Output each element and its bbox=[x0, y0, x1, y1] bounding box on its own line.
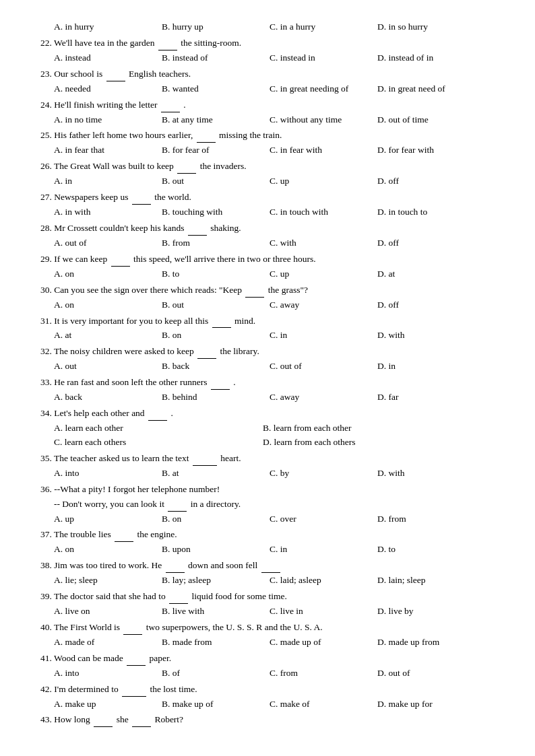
q36-opt-a: A. up bbox=[54, 512, 162, 526]
question-23-options: A. needed B. wanted C. in great needing … bbox=[40, 82, 501, 96]
q37-opt-c: C. in bbox=[270, 543, 377, 557]
q28-opt-d: D. off bbox=[377, 236, 485, 250]
prev-options-row: A. in hurry B. hurry up C. in a hurry D.… bbox=[40, 20, 501, 34]
opt-prev-b: B. hurry up bbox=[162, 20, 270, 34]
question-42-text: 42. I'm determined to the lost time. bbox=[40, 683, 501, 697]
q35-opt-c: C. by bbox=[270, 467, 377, 481]
q22-opt-b: B. instead of bbox=[162, 51, 270, 65]
quiz-container: A. in hurry B. hurry up C. in a hurry D.… bbox=[40, 20, 501, 727]
question-37-text: 37. The trouble lies the engine. bbox=[40, 528, 501, 542]
q38-opt-b: B. lay; asleep bbox=[162, 574, 270, 588]
question-33: 33. He ran fast and soon left the other … bbox=[40, 376, 501, 405]
question-33-options: A. back B. behind C. away D. far bbox=[40, 390, 501, 405]
question-39-text: 39. The doctor said that she had to liqu… bbox=[40, 590, 501, 604]
q37-opt-a: A. on bbox=[54, 543, 162, 557]
question-22-options: A. instead B. instead of C. instead in D… bbox=[40, 51, 501, 65]
q38-opt-d: D. lain; sleep bbox=[377, 574, 485, 588]
q39-opt-b: B. live with bbox=[162, 605, 270, 619]
question-38-text: 38. Jim was too tired to work. He down a… bbox=[40, 559, 501, 573]
q29-opt-a: A. on bbox=[54, 267, 162, 281]
question-26-options: A. in B. out C. up D. off bbox=[40, 174, 501, 188]
question-27: 27. Newspapers keep us the world. A. in … bbox=[40, 191, 501, 219]
q39-opt-d: D. live by bbox=[377, 605, 485, 619]
q22-opt-c: C. instead in bbox=[270, 51, 377, 65]
q33-opt-d: D. far bbox=[377, 390, 485, 405]
question-41-text: 41. Wood can be made paper. bbox=[40, 652, 501, 666]
question-24-options: A. in no time B. at any time C. without … bbox=[40, 113, 501, 127]
question-36: 36. --What a pity! I forgot her telephon… bbox=[40, 483, 501, 526]
q26-opt-d: D. off bbox=[377, 174, 485, 188]
q36-opt-d: D. from bbox=[377, 512, 485, 526]
question-39-options: A. live on B. live with C. live in D. li… bbox=[40, 605, 501, 619]
q33-opt-b: B. behind bbox=[162, 390, 270, 405]
question-34-text: 34. Let's help each other and . bbox=[40, 407, 501, 421]
question-31: 31. It is very important for you to keep… bbox=[40, 314, 501, 343]
question-35-options: A. into B. at C. by D. with bbox=[40, 467, 501, 481]
q28-opt-a: A. out of bbox=[54, 236, 162, 250]
q35-opt-a: A. into bbox=[54, 467, 162, 481]
q37-opt-d: D. to bbox=[377, 543, 485, 557]
question-30-text: 30. Can you see the sign over there whic… bbox=[40, 283, 501, 298]
q32-opt-c: C. out of bbox=[270, 359, 377, 374]
q24-opt-c: C. without any time bbox=[270, 113, 377, 127]
question-37-options: A. on B. upon C. in D. to bbox=[40, 543, 501, 557]
q22-opt-a: A. instead bbox=[54, 51, 162, 65]
q24-opt-a: A. in no time bbox=[54, 113, 162, 127]
q35-opt-b: B. at bbox=[162, 467, 270, 481]
q34-opt-b: B. learn from each other bbox=[263, 421, 472, 436]
question-27-options: A. in with B. touching with C. in touch … bbox=[40, 205, 501, 219]
opt-prev-d: D. in so hurry bbox=[377, 20, 485, 34]
q29-opt-d: D. at bbox=[377, 267, 485, 281]
q30-opt-a: A. on bbox=[54, 298, 162, 312]
q23-opt-a: A. needed bbox=[54, 82, 162, 96]
q27-opt-d: D. in touch to bbox=[377, 205, 485, 219]
q41-opt-b: B. of bbox=[162, 666, 270, 681]
question-31-text: 31. It is very important for you to keep… bbox=[40, 314, 501, 329]
question-36-text-2: -- Don't worry, you can look it in a dir… bbox=[40, 497, 501, 512]
q28-opt-c: C. with bbox=[270, 236, 377, 250]
q34-opt-d: D. learn from each others bbox=[263, 436, 472, 450]
q40-opt-b: B. made from bbox=[162, 635, 270, 650]
q32-opt-a: A. out bbox=[54, 359, 162, 374]
q28-opt-b: B. from bbox=[162, 236, 270, 250]
question-29-options: A. on B. to C. up D. at bbox=[40, 267, 501, 281]
q42-opt-a: A. make up bbox=[54, 697, 162, 712]
question-28: 28. Mr Crossett couldn't keep his kands … bbox=[40, 221, 501, 250]
question-30-options: A. on B. out C. away D. off bbox=[40, 298, 501, 312]
q40-opt-d: D. made up from bbox=[377, 635, 485, 650]
q31-opt-a: A. at bbox=[54, 329, 162, 343]
q27-opt-b: B. touching with bbox=[162, 205, 270, 219]
q38-opt-a: A. lie; sleep bbox=[54, 574, 162, 588]
q30-opt-b: B. out bbox=[162, 298, 270, 312]
q25-opt-a: A. in fear that bbox=[54, 143, 162, 158]
question-25-options: A. in fear that B. for fear of C. in fea… bbox=[40, 143, 501, 158]
question-29: 29. If we can keep this speed, we'll arr… bbox=[40, 252, 501, 281]
q24-opt-b: B. at any time bbox=[162, 113, 270, 127]
question-29-text: 29. If we can keep this speed, we'll arr… bbox=[40, 252, 501, 267]
question-42-options: A. make up B. make up of C. make of D. m… bbox=[40, 697, 501, 712]
q41-opt-a: A. into bbox=[54, 666, 162, 681]
opt-prev-c: C. in a hurry bbox=[270, 20, 377, 34]
q31-opt-b: B. on bbox=[162, 329, 270, 343]
q32-opt-d: D. in bbox=[377, 359, 485, 374]
question-28-options: A. out of B. from C. with D. off bbox=[40, 236, 501, 250]
q29-opt-c: C. up bbox=[270, 267, 377, 281]
question-40: 40. The First World is two superpowers, … bbox=[40, 621, 501, 650]
q32-opt-b: B. back bbox=[162, 359, 270, 374]
q33-opt-c: C. away bbox=[270, 390, 377, 405]
question-36-text-1: 36. --What a pity! I forgot her telephon… bbox=[40, 483, 501, 497]
q37-opt-b: B. upon bbox=[162, 543, 270, 557]
question-23: 23. Our school is English teachers. A. n… bbox=[40, 67, 501, 96]
question-35-text: 35. The teacher asked us to learn the te… bbox=[40, 452, 501, 466]
q40-opt-a: A. made of bbox=[54, 635, 162, 650]
q34-opt-c: C. learn each others bbox=[54, 436, 263, 450]
q29-opt-b: B. to bbox=[162, 267, 270, 281]
question-38: 38. Jim was too tired to work. He down a… bbox=[40, 559, 501, 588]
question-25-text: 25. His father left home two hours earli… bbox=[40, 129, 501, 143]
question-28-text: 28. Mr Crossett couldn't keep his kands … bbox=[40, 221, 501, 236]
q23-opt-d: D. in great need of bbox=[377, 82, 485, 96]
question-24: 24. He'll finish writing the letter . A.… bbox=[40, 98, 501, 127]
question-30: 30. Can you see the sign over there whic… bbox=[40, 283, 501, 312]
q31-opt-d: D. with bbox=[377, 329, 485, 343]
q33-opt-a: A. back bbox=[54, 390, 162, 405]
